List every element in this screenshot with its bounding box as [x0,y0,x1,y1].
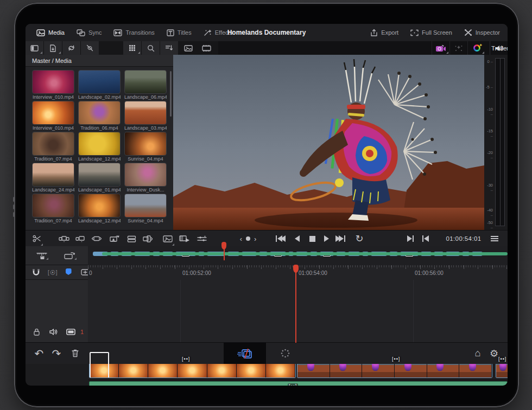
main-region: Master / Media Interview_010.mp4 Landsca… [26,55,508,230]
inspector-tools-icon [464,29,472,36]
tools-adjust-button[interactable] [195,230,209,247]
media-scrollbar[interactable] [170,71,172,117]
media-clip[interactable]: Landscape_03.mp4 [124,101,167,132]
play-around-button[interactable] [404,230,416,247]
snapping-magnet-icon[interactable] [32,268,40,276]
camera-cut-button[interactable] [432,41,449,55]
source-overwrite-button[interactable] [124,230,138,247]
flag-marker-icon[interactable] [66,268,72,276]
video-track-audio-icon[interactable] [49,328,58,336]
cut-scissors-button[interactable] [30,230,44,247]
relink-button[interactable] [81,41,99,55]
meter-label: -30 [484,183,493,193]
append-button[interactable] [73,230,87,247]
undo-button[interactable]: ↶ [32,343,46,364]
playhead-handle[interactable] [293,265,299,273]
media-clip[interactable]: Landscape_12.mp4 [78,194,121,225]
media-clip[interactable]: Landscape_01.mp4 [78,163,121,194]
clip-marker-badge[interactable]: [••] [497,356,508,362]
redo-button[interactable]: ↷ [49,343,64,364]
overwrite-button[interactable] [141,230,155,247]
media-clip[interactable]: Interview_010.mp4 [32,101,74,132]
tab-label: Effects [215,29,233,36]
top-bar: Media Sync Transitions Titles [26,24,508,42]
ruler-label: 01:00:52:00 [182,270,211,276]
media-clip[interactable]: Tradition_07.mp4 [32,194,74,225]
sort-button[interactable] [160,41,178,55]
side-button [13,197,15,202]
media-icon [36,29,45,36]
timeline-tracks: [••] [••] [••] [88,280,508,343]
media-clip[interactable]: Landscape_06.mp4 [124,70,167,101]
tab-media[interactable]: Media [32,27,69,39]
ripple-overwrite-button[interactable] [90,230,104,247]
color-page-button[interactable] [276,343,294,364]
effects-wand-icon [204,29,212,36]
match-frame-button[interactable] [420,230,432,247]
timeline-overview[interactable] [88,246,508,266]
media-clip[interactable]: Tradition_06.mp4 [78,101,121,132]
view-mode-thumbnail-icon[interactable] [179,41,197,55]
timeline-playhead[interactable] [295,265,296,343]
linked-selection-icon[interactable]: [⦿] [48,270,58,276]
search-icon[interactable] [142,41,160,55]
trim-tool-button[interactable] [34,250,49,261]
clip-resize-tool-button[interactable] [61,251,78,261]
stop-button[interactable] [307,230,318,247]
video-track-lock-icon[interactable] [33,328,40,336]
place-on-top-button[interactable] [107,230,122,247]
loop-button[interactable]: ↻ [353,230,365,247]
smart-insert-button[interactable] [57,230,71,247]
view-mode-filmstrip-icon[interactable] [198,41,216,55]
go-to-end-button[interactable] [334,230,347,247]
source-clip-button[interactable] [178,230,192,247]
resync-button[interactable] [62,41,80,55]
export-button[interactable]: Export [370,29,398,37]
timeline-options-menu[interactable] [488,230,501,247]
clip-marker-badge[interactable]: [••] [181,356,191,362]
home-button[interactable]: ⌂ [471,343,485,364]
selected-clip-head[interactable] [90,352,109,378]
inspector-button[interactable]: Inspector [464,29,500,36]
clip-marker-badge[interactable]: [••] [391,356,401,362]
audio-clip[interactable] [89,381,508,386]
full-screen-button[interactable]: Full Screen [410,29,452,36]
media-clip[interactable]: Landscape_12.mp4 [78,132,121,163]
media-clip[interactable]: Landscape_24.mp4 [32,163,74,194]
overview-playhead-pin[interactable] [221,242,226,249]
auto-color-icon[interactable]: ✦ [467,41,485,55]
tab-effects[interactable]: Effects [199,27,237,39]
media-clip[interactable]: Sunrise_04.mp4 [124,194,167,225]
tab-titles[interactable]: Titles [162,27,196,39]
top-actions: Export Full Screen Inspector [370,24,500,41]
mute-speaker-icon[interactable] [490,41,508,55]
delete-trash-button[interactable] [68,343,82,364]
transitions-icon [113,29,122,36]
audio-marker-badge[interactable]: [••] [288,383,298,386]
media-clip[interactable]: Landscape_02.mp4 [78,70,121,101]
timeline-timecode: 01:00:54:01 [444,230,484,247]
viewer-header: Trailer - Color Grading 00:02:47:06 ✦ [218,41,508,55]
scene-cut-detect-icon[interactable] [449,41,467,55]
import-media-button[interactable] [44,41,62,55]
step-back-button[interactable] [292,230,302,247]
breadcrumb[interactable]: Master / Media [26,55,173,67]
media-clip[interactable]: Tradition_07.mp4 [32,132,74,163]
grid-view-button[interactable] [123,41,141,55]
viewer-preview[interactable] [173,55,484,230]
go-to-start-button[interactable] [274,230,287,247]
cut-page-button[interactable] [224,343,266,364]
tab-sync[interactable]: Sync [72,27,106,39]
close-up-button[interactable] [160,230,175,247]
grid-line [413,280,414,343]
media-clip[interactable]: Interview_010.mp4 [32,70,74,101]
media-clip[interactable]: Interview_Dusk... [124,163,167,194]
tab-transitions[interactable]: Transitions [109,27,159,39]
action-label: Inspector [476,29,500,36]
media-clip[interactable]: Sunrise_04.mp4 [124,132,167,163]
panel-toggle-button[interactable] [26,41,43,55]
video-track-enable-icon[interactable] [66,329,75,335]
jog-wheel-control[interactable]: ‹› [236,230,260,247]
play-button[interactable] [321,230,332,247]
audio-meters: 0 -5 -10 -15 -20 -30 -40 -50 [484,55,508,230]
